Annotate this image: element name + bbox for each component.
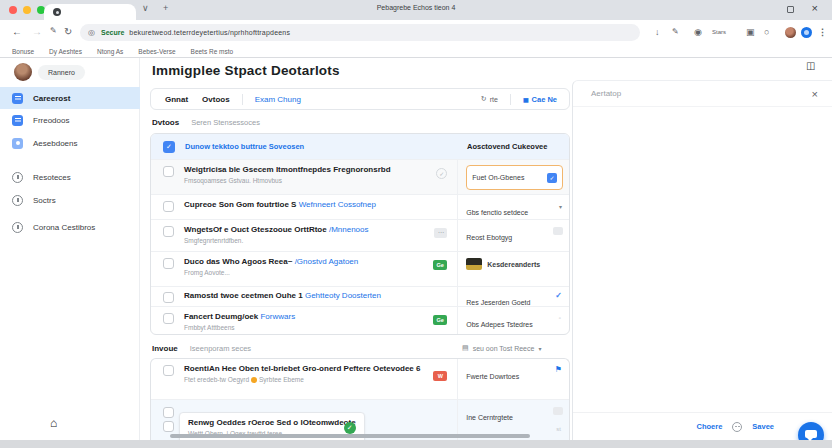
row-link[interactable]: /Mnnenoos bbox=[329, 225, 369, 234]
row-checkbox[interactable] bbox=[163, 365, 174, 376]
refresh-control[interactable]: ↻rte bbox=[481, 95, 498, 103]
record-icon[interactable]: ◉ bbox=[694, 27, 702, 37]
sidebar-item-soctrs[interactable]: Soctrs bbox=[0, 189, 140, 211]
stars-label[interactable]: Stars bbox=[712, 29, 726, 35]
close-icon[interactable]: × bbox=[812, 88, 818, 100]
user-row[interactable]: Rannero bbox=[14, 63, 85, 81]
document-icon bbox=[12, 93, 23, 104]
select-all-checkbox[interactable]: ✓ bbox=[163, 141, 175, 153]
bookmarks-bar: Bonuse Dy Aeshtes Ntong As Bebes-Verse B… bbox=[0, 45, 832, 58]
user-name-pill: Rannero bbox=[38, 65, 85, 80]
status-badge: Ge bbox=[433, 315, 447, 325]
outcome-cell[interactable]: Fwerte Dowrtoes ⚑ bbox=[457, 359, 569, 399]
table-row[interactable]: Weigtricisa ble Gsecem Itmontfnepdes Fre… bbox=[151, 159, 569, 194]
avatar[interactable] bbox=[14, 63, 32, 81]
edit-icon[interactable]: ✎ bbox=[50, 26, 57, 35]
avatar[interactable] bbox=[785, 27, 796, 38]
close-icon[interactable]: × bbox=[812, 2, 818, 14]
sidebar-item-label: Soctrs bbox=[33, 196, 56, 205]
row-checkbox[interactable] bbox=[163, 407, 174, 418]
outcome-cell-focused[interactable]: Fuet On-Gbenes ✓ bbox=[466, 165, 563, 190]
row-title: Fancert Deumg/oek bbox=[184, 312, 258, 321]
horizontal-scrollbar[interactable] bbox=[170, 434, 530, 438]
forward-icon[interactable]: → bbox=[32, 26, 42, 37]
table-row[interactable]: Duco das Who Agoos Reea~ /Gnostvd Agatoe… bbox=[151, 251, 569, 286]
divider bbox=[242, 94, 243, 105]
row-title: Cupreoe Son Gom foutrtioe S bbox=[184, 200, 296, 209]
sidebar-item-corona-cestibros[interactable]: Corona Cestibros bbox=[0, 216, 140, 238]
check-icon: ✓ bbox=[555, 291, 562, 300]
row-checkbox[interactable] bbox=[163, 292, 174, 303]
row-checkbox[interactable] bbox=[163, 226, 174, 237]
row-link[interactable]: Wefnneert Cossofnep bbox=[299, 200, 376, 209]
grid-icon bbox=[12, 115, 23, 126]
tab-gnnat[interactable]: Gnnat bbox=[165, 95, 188, 104]
outcome-cell[interactable]: Reost Ebotgyg bbox=[457, 220, 569, 251]
refresh-icon: ↻ bbox=[481, 95, 487, 103]
mini-icon: ▫ bbox=[559, 315, 561, 321]
sidebar-item-careerost[interactable]: Careerost bbox=[0, 87, 140, 109]
row-checkbox[interactable] bbox=[163, 166, 174, 177]
bookmark-item[interactable]: Beets Re msto bbox=[191, 48, 234, 55]
outcome-cell[interactable]: Obs Adepes Tstedres ▫ bbox=[457, 307, 569, 335]
primary-action-button[interactable]: ▦Cae Ne bbox=[523, 95, 557, 104]
window-bottom-edge bbox=[0, 440, 832, 448]
restore-window-icon[interactable] bbox=[787, 6, 794, 13]
row-checkbox[interactable] bbox=[163, 313, 174, 324]
table-row[interactable]: Cupreoe Son Gom foutrtioe S Wefnneert Co… bbox=[151, 194, 569, 219]
shield-check-icon: ✓ bbox=[436, 168, 447, 179]
reload-icon[interactable]: ↻ bbox=[64, 26, 72, 37]
panel-toggle-icon[interactable]: ◫ bbox=[806, 60, 815, 71]
section2-filter[interactable]: ▤ seu oon Tost Reece ▾ bbox=[462, 344, 541, 352]
tab-ovtoos[interactable]: Ovtoos bbox=[202, 95, 230, 104]
site-info-icon[interactable]: ◎ bbox=[88, 28, 95, 37]
outcome-cell[interactable]: Res Jeserden Goetd ✓ bbox=[457, 287, 569, 306]
row-link[interactable]: /Gnostvd Agatoen bbox=[295, 257, 359, 266]
outcome-label: Res Jeserden Goetd bbox=[466, 299, 530, 306]
chevron-down-icon[interactable]: ▾ bbox=[559, 203, 562, 210]
filter-label: seu oon Tost Reece bbox=[473, 345, 535, 352]
table-row[interactable]: WngetsOf e Ouct Gteszooue OrttRtoe /Mnne… bbox=[151, 219, 569, 251]
sidebar: Rannero Careerost Frreodoos Aesebdoens R… bbox=[0, 58, 140, 440]
download-icon[interactable]: ↓ bbox=[655, 27, 660, 37]
profile-ring-icon[interactable]: ○ bbox=[764, 27, 769, 37]
sidebar-item-label: Aesebdoens bbox=[33, 139, 77, 148]
address-bar[interactable]: ◎ Secure bekuretweod.teterrdeyetertius/n… bbox=[80, 24, 640, 41]
sync-avatar[interactable] bbox=[801, 27, 812, 38]
bookmark-item[interactable]: Dy Aeshtes bbox=[49, 48, 82, 55]
section-sublabel: Iseenporam seces bbox=[190, 344, 251, 353]
more-options-icon[interactable]: ⋯ bbox=[434, 228, 447, 238]
sidebar-item-aesebdoens[interactable]: Aesebdoens bbox=[0, 132, 140, 154]
row-link[interactable]: Forwwars bbox=[260, 312, 295, 321]
section2-header: Invoue Iseenporam seces bbox=[152, 344, 251, 353]
action-label: Cae Ne bbox=[532, 95, 557, 104]
table-row[interactable]: RoentiAn Hee Oben tel-briebet Gro-onerd … bbox=[151, 359, 569, 399]
bookmark-item[interactable]: Bonuse bbox=[12, 48, 34, 55]
sidebar-item-resoteces[interactable]: Resoteces bbox=[0, 166, 140, 188]
table-row[interactable]: Fancert Deumg/oek Forwwars Fmbbyt Atttbe… bbox=[151, 306, 569, 335]
emoji-icon[interactable] bbox=[732, 422, 742, 432]
bookmark-item[interactable]: Ntong As bbox=[97, 48, 123, 55]
table-row[interactable]: Ramostd twoe ceetmen Ouhe 1 Gehtteoty Do… bbox=[151, 286, 569, 306]
sidebar-item-frreodoos[interactable]: Frreodoos bbox=[0, 109, 140, 131]
extension-icon[interactable]: ✎ bbox=[672, 27, 679, 36]
menu-dots-icon[interactable]: ⋮ bbox=[818, 27, 827, 37]
row-checkbox[interactable] bbox=[163, 201, 174, 212]
row-checkbox[interactable] bbox=[163, 258, 174, 269]
close-button[interactable]: Choere bbox=[696, 422, 722, 431]
back-icon[interactable]: ← bbox=[12, 26, 22, 37]
tab-exam-chung[interactable]: Exam Chung bbox=[255, 95, 301, 104]
bookmark-item[interactable]: Bebes-Verse bbox=[138, 48, 175, 55]
apps-icon[interactable]: ▣ bbox=[746, 27, 755, 37]
table-header-link[interactable]: Dunow tekktoo buttrue Soveosen bbox=[185, 142, 304, 151]
sidebar-item-label: Careerost bbox=[33, 94, 70, 103]
row-checkbox[interactable] bbox=[163, 421, 174, 432]
home-icon[interactable]: ⌂ bbox=[50, 416, 57, 430]
outcome-cell[interactable]: Kesdereanderts bbox=[457, 252, 569, 286]
row-link[interactable]: Gehtteoty Doosterten bbox=[305, 291, 381, 300]
page-title: Immigplee Stpact Deotarlots bbox=[152, 63, 340, 78]
outcome-label: Fuet On-Gbenes bbox=[472, 174, 524, 181]
outcome-cell[interactable]: Gbs fenctio setdece ▾ bbox=[457, 195, 569, 219]
save-button[interactable]: Savee bbox=[752, 422, 774, 431]
row-subtitle-text: Syrbtee Ebeme bbox=[259, 376, 304, 383]
